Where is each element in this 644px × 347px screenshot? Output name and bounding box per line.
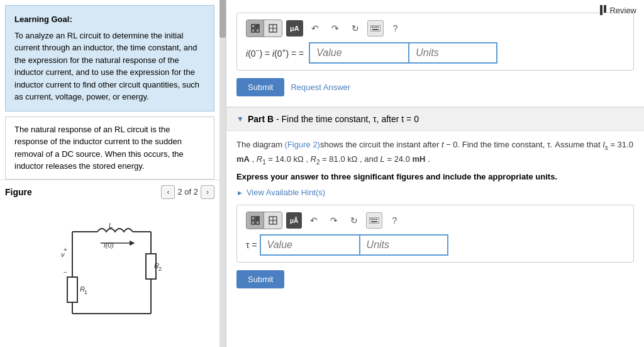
svg-text:i(0): i(0) [104,241,114,249]
help-button-a[interactable]: ? [387,20,404,37]
tool-btn-b[interactable] [264,20,282,37]
part-b-btn-row: Submit [236,270,634,288]
learning-goal-title: Learning Goal: [14,13,205,26]
part-b-value-input[interactable] [260,234,360,256]
svg-rect-45 [371,221,377,222]
part-b-header: ▼ Part B - Find the time constant, τ, af… [226,107,644,131]
keyboard-button[interactable] [367,20,384,37]
review-bar-tall [600,5,602,15]
svg-text:+: + [64,246,67,253]
svg-rect-27 [370,25,380,31]
svg-rect-30 [375,26,377,28]
svg-rect-36 [256,221,259,224]
part-b-units-input[interactable] [360,234,448,256]
svg-rect-42 [372,219,374,220]
part-b-header-rest: - Find the time constant, τ, after t = 0 [274,114,419,124]
part-b-toolbar: μÂ ↶ ↷ ↻ ? [246,212,625,229]
part-b-input-row: τ = [246,234,625,256]
svg-rect-34 [256,217,259,220]
equation-area: μA ↶ ↷ ↻ ? [236,13,634,71]
view-hints-button[interactable]: ► View Available Hint(s) [236,188,634,197]
tool-btn-a[interactable] [247,20,264,37]
figure-header: Figure ‹ 2 of 2 › [5,185,214,199]
part-b-unit-button[interactable]: μÂ [286,212,302,229]
natural-response-text: The natural response of an RL circuit is… [14,123,205,173]
svg-rect-32 [372,29,379,30]
part-b-collapse-arrow[interactable]: ▼ [236,115,244,123]
svg-rect-31 [377,26,379,28]
part-b-description: The diagram (Figure 2)shows the circuit … [236,139,634,167]
keyboard-icon [370,25,380,31]
learning-goal-text1: To analyze an RL circuit to determine th… [14,30,205,103]
figure-2-link[interactable]: (Figure 2) [285,140,320,149]
svg-rect-11 [67,277,77,302]
left-scrollbar-thumb [219,0,226,38]
part-a-input-row: i(0−) = i(0+) = = [246,42,625,64]
svg-text:−: − [64,269,67,276]
svg-rect-29 [374,26,375,28]
svg-text:1: 1 [84,289,87,295]
svg-rect-22 [252,29,255,32]
figure-title: Figure [5,187,32,197]
reset-button[interactable]: ↻ [347,20,364,37]
part-a-value-input[interactable] [309,42,409,64]
right-panel: Review [226,0,644,347]
review-icon [600,5,606,15]
view-hints-label: View Available Hint(s) [247,188,325,197]
natural-response-box: The natural response of an RL circuit is… [5,117,214,179]
part-b-help-button[interactable]: ? [386,212,402,229]
part-b-equation-area: μÂ ↶ ↷ ↻ ? τ = [236,205,634,263]
svg-rect-40 [369,217,379,224]
figure-counter: 2 of 2 [177,187,198,196]
part-b-reset-button[interactable]: ↻ [346,212,362,229]
svg-rect-44 [376,219,377,220]
part-b-content: The diagram (Figure 2)shows the circuit … [226,131,644,299]
part-a-section: μA ↶ ↷ ↻ ? [226,5,644,107]
part-a-submit-button[interactable]: Submit [236,78,284,96]
review-bar-short [604,5,606,13]
svg-rect-41 [370,219,372,220]
redo-button[interactable]: ↷ [327,20,343,37]
part-a-units-input[interactable] [409,42,497,64]
part-b-submit-button[interactable]: Submit [236,270,284,288]
svg-rect-43 [374,219,375,220]
svg-text:2: 2 [158,266,162,272]
part-b-grid-icon [251,216,260,225]
undo-button[interactable]: ↶ [307,20,323,37]
part-b-tau-label: τ = [246,240,257,250]
review-button[interactable]: Review [600,5,636,15]
learning-goal-box: Learning Goal: To analyze an RL circuit … [5,5,214,111]
left-content: Learning Goal: To analyze an RL circuit … [0,0,219,347]
svg-rect-35 [252,221,255,224]
left-panel: Learning Goal: To analyze an RL circuit … [0,0,226,347]
part-b-instruction: Express your answer to three significant… [236,172,634,181]
part-b-redo-button[interactable]: ↷ [326,212,342,229]
circuit-diagram: L R 2 [5,204,214,343]
svg-rect-33 [252,217,255,220]
part-b-undo-button[interactable]: ↶ [306,212,322,229]
left-scrollbar[interactable] [219,0,226,347]
part-b-bold: Part B [248,114,274,124]
table-icon [269,24,277,33]
part-b-tool-btn-a[interactable] [247,212,264,229]
circuit-svg: L R 2 [41,219,179,326]
svg-rect-21 [256,25,259,28]
part-b-tool-group [246,212,282,229]
part-b-table-icon [269,216,277,225]
part-a-btn-row: Submit Request Answer [236,78,634,96]
review-label: Review [609,6,636,15]
part-a-unit-button[interactable]: μA [286,20,303,37]
svg-rect-23 [256,29,259,32]
svg-rect-28 [372,26,373,28]
svg-rect-20 [252,25,255,28]
figure-nav: ‹ 2 of 2 › [161,185,214,199]
grid-icon [251,24,260,33]
part-a-request-answer-button[interactable]: Request Answer [291,82,350,92]
part-b-tool-btn-b[interactable] [264,212,282,229]
figure-next-button[interactable]: › [201,185,214,199]
figure-prev-button[interactable]: ‹ [161,185,175,199]
figure-section: Figure ‹ 2 of 2 › [0,179,219,348]
part-b-keyboard-button[interactable] [366,212,382,229]
part-b-header-text: Part B - Find the time constant, τ, afte… [248,114,419,124]
part-a-toolbar: μA ↶ ↷ ↻ ? [246,20,625,37]
